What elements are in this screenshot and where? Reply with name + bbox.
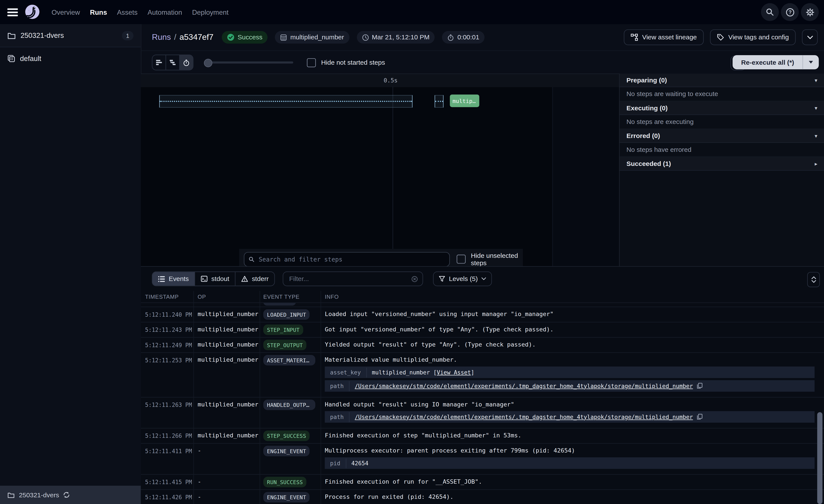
refresh-icon[interactable] (63, 491, 70, 498)
event-row[interactable]: 5:12:11.415 PM-RUN_SUCCESSFinished execu… (141, 475, 824, 490)
re-execute-button[interactable]: Re-execute all (*) (733, 55, 819, 70)
view-tags-config-button[interactable]: View tags and config (710, 29, 796, 45)
path-link[interactable]: /Users/smackesey/stm/code/elementl/exper… (355, 413, 693, 420)
event-info: Loaded input "versioned_number" using in… (321, 307, 824, 321)
events-toolbar: Eventsstdoutstderr Levels (5) (141, 267, 824, 291)
hamburger-menu-icon[interactable] (7, 7, 18, 17)
step-status-panel: Preparing (0)▾No steps are waiting to ex… (619, 74, 824, 266)
chevron-down-icon (811, 280, 816, 283)
copy-icon[interactable] (697, 414, 703, 420)
settings-button[interactable] (801, 3, 819, 21)
metadata-value: 42654 (346, 458, 374, 468)
event-row[interactable]: 5:12:11.426 PM-ENGINE_EVENTProcess for r… (141, 490, 824, 504)
section-header-executing[interactable]: Executing (0)▾ (620, 101, 824, 115)
zoom-slider-track[interactable] (204, 61, 293, 64)
sidebar-footer[interactable]: 250321-dvers (0, 486, 141, 504)
column-divider (193, 291, 194, 504)
tab-stderr[interactable]: stderr (235, 272, 275, 285)
help-button[interactable]: ? (781, 3, 799, 21)
hide-unselected-checkbox[interactable] (456, 255, 466, 263)
sidebar-item-default-group[interactable]: default (0, 47, 141, 70)
start-time-tag: Mar 21, 5:12:10 PM (356, 31, 435, 43)
copy-icon[interactable] (697, 383, 703, 389)
event-type-badge: ENGINE_EVENT (263, 446, 310, 457)
top-nav: OverviewRunsAssetsAutomationDeployment ? (0, 0, 824, 24)
event-row[interactable]: 5:12:11.240 PMmultiplied_numberLOADED_IN… (141, 307, 824, 322)
event-row[interactable]: 5:12:11.253 PMmultiplied_numberASSET_MAT… (141, 353, 824, 397)
view-asset-link[interactable]: View Asset (437, 369, 471, 376)
metadata-key: asset_key (325, 367, 367, 377)
metadata-row: asset_keymultiplied_number [View Asset] (325, 366, 815, 378)
search-button[interactable] (761, 3, 779, 21)
waterfall-view-button[interactable] (166, 55, 180, 70)
step-search-input[interactable] (258, 255, 445, 263)
tab-events[interactable]: Events (152, 272, 195, 285)
events-panel: Eventsstdoutstderr Levels (5) (141, 266, 824, 504)
event-row[interactable]: 5:12:11.411 PM-ENGINE_EVENTMultiprocess … (141, 444, 824, 475)
section-header-succeeded[interactable]: Succeeded (1)▸ (620, 157, 824, 171)
expand-log-panel-button[interactable] (807, 272, 820, 287)
path-link[interactable]: /Users/smackesey/stm/code/elementl/exper… (355, 382, 693, 389)
event-row[interactable]: 5:12:11.243 PMmultiplied_numberSTEP_INPU… (141, 322, 824, 338)
breadcrumb-runs-link[interactable]: Runs (152, 32, 171, 42)
hide-not-started-checkbox[interactable] (307, 58, 316, 67)
event-row[interactable]: 5:12:11.249 PMmultiplied_numberSTEP_OUTP… (141, 338, 824, 353)
event-type-cell: LOADED_INPUT (260, 307, 321, 322)
zoom-slider-knob[interactable] (204, 59, 212, 67)
events-rows: 5:12:11.240 PMmultiplied_numberLOADED_IN… (141, 307, 824, 504)
re-execute-label: Re-execute all (*) (733, 58, 802, 66)
more-actions-button[interactable] (802, 29, 818, 45)
timed-view-button[interactable] (180, 55, 193, 70)
dagster-logo[interactable] (24, 3, 41, 21)
clear-filter-icon[interactable] (412, 275, 418, 282)
tab-label: Events (169, 275, 189, 282)
sidebar-item-code-location[interactable]: 250321-dvers 1 (0, 24, 141, 47)
gantt-toolbar: Hide not started steps Re-execute all (*… (141, 51, 824, 74)
footer-location-label: 250321-dvers (19, 491, 59, 499)
warning-icon (241, 276, 248, 282)
zoom-slider[interactable] (204, 59, 293, 66)
event-row[interactable]: 5:12:11.263 PMmultiplied_numberHANDLED_O… (141, 398, 824, 428)
nav-item-runs[interactable]: Runs (90, 8, 107, 16)
lineage-icon (631, 33, 638, 41)
event-timestamp: 5:12:11.253 PM (141, 353, 194, 363)
section-header-errored[interactable]: Errored (0)▾ (620, 129, 824, 143)
log-filter-field[interactable] (283, 271, 423, 286)
nav-item-deployment[interactable]: Deployment (192, 8, 228, 16)
breadcrumb-separator: / (174, 32, 176, 42)
section-title: Succeeded (1) (626, 160, 671, 167)
events-scrollbar[interactable] (817, 412, 822, 504)
gantt-waiting-bar[interactable] (159, 95, 413, 108)
section-title: Errored (0) (626, 132, 660, 139)
gantt-step-bar[interactable]: multiplied_number (450, 95, 479, 107)
event-info-text: Finished execution of run for "__ASSET_J… (325, 478, 815, 485)
event-row[interactable]: 5:12:11.266 PMmultiplied_numberSTEP_SUCC… (141, 428, 824, 444)
metadata-row: path/Users/smackesey/stm/code/elementl/e… (325, 380, 815, 391)
nav-item-assets[interactable]: Assets (117, 8, 138, 16)
re-execute-dropdown[interactable] (803, 55, 819, 70)
event-type-cell: STEP_INPUT (260, 322, 321, 337)
top-nav-actions: ? (761, 3, 819, 21)
log-tabs: Eventsstdoutstderr (152, 271, 275, 286)
check-circle-icon (227, 33, 234, 41)
nav-item-automation[interactable]: Automation (147, 8, 182, 16)
col-info: INFO (321, 293, 824, 300)
event-metadata: path/Users/smackesey/stm/code/elementl/e… (325, 411, 815, 423)
gantt-waiting-bar-short[interactable] (434, 95, 443, 108)
event-info-text: Yielded output "result" of type "Any". (… (325, 341, 815, 348)
nav-item-overview[interactable]: Overview (51, 8, 80, 16)
gantt-timeline: 0.5s (141, 74, 619, 88)
view-asset-lineage-button[interactable]: View asset lineage (624, 29, 704, 45)
step-search-field[interactable] (244, 252, 450, 266)
log-filter-input[interactable] (288, 275, 409, 283)
event-info-text: Handled output "result" using IO manager… (325, 401, 815, 408)
duration-label: 0:00:01 (457, 33, 479, 41)
dagster-app: OverviewRunsAssetsAutomationDeployment ?… (0, 0, 824, 504)
tab-stdout[interactable]: stdout (195, 272, 235, 285)
asset-group-icon (7, 54, 15, 62)
section-header-preparing[interactable]: Preparing (0)▾ (620, 74, 824, 87)
asset-tag[interactable]: multiplied_number (275, 31, 349, 43)
levels-dropdown[interactable]: Levels (5) (433, 271, 492, 286)
flat-view-button[interactable] (152, 55, 166, 70)
run-id: a5347ef7 (180, 32, 213, 42)
